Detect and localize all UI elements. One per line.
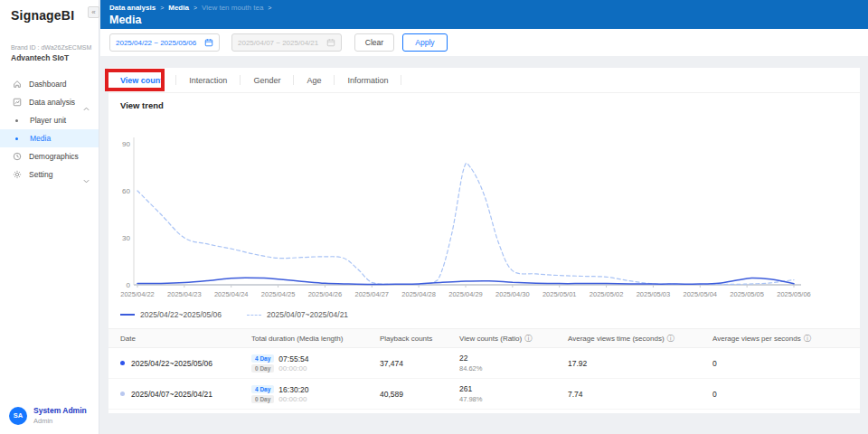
clear-button[interactable]: Clear: [354, 33, 394, 52]
breadcrumb-separator: >: [268, 5, 271, 11]
breadcrumb: Data analysis > Media > View ten mouth t…: [109, 4, 868, 12]
sidebar-item-label: Media: [30, 134, 51, 143]
tab-age[interactable]: Age: [307, 76, 321, 85]
svg-text:2025/05/03: 2025/05/03: [637, 290, 671, 298]
sidebar-collapse-button[interactable]: «: [88, 6, 99, 18]
svg-text:2025/04/26: 2025/04/26: [308, 290, 343, 298]
duration-cell: 4 Day 07:55:54 0 Day 00:00:00: [251, 354, 380, 373]
filter-bar: 2025/04/22 ~ 2025/05/06 2025/04/07 ~ 202…: [100, 29, 868, 56]
day-badge: 0 Day: [251, 364, 274, 373]
legend-label: 2025/04/07~2025/04/21: [267, 310, 348, 319]
view-counts-cell: 22 84.62%: [459, 354, 568, 373]
sidebar-item-label: Demographics: [29, 152, 79, 161]
chevron-down-icon: [83, 171, 90, 187]
tab-gender[interactable]: Gender: [253, 76, 280, 85]
svg-text:60: 60: [122, 187, 130, 195]
average-views-per-seconds-cell: 0: [712, 390, 860, 399]
brand-id-label: Brand ID : dWa26ZsECMSM: [11, 44, 99, 51]
svg-text:2025/04/28: 2025/04/28: [401, 290, 436, 298]
svg-text:30: 30: [122, 234, 130, 242]
sidebar-item-label: Data analysis: [29, 98, 75, 107]
day-badge: 0 Day: [251, 395, 274, 403]
user-profile[interactable]: SA System Admin Admin: [9, 406, 87, 425]
average-views-time-cell: 7.74: [568, 390, 712, 399]
sidebar-item-setting[interactable]: Setting: [0, 165, 99, 184]
column-header-average-views-time: Average views time (seconds) ⓘ: [568, 334, 712, 344]
view-counts-cell: 261 47.98%: [459, 384, 568, 403]
user-avatar: SA: [9, 407, 27, 425]
tab-divider: [175, 75, 176, 85]
main-area: Data analysis > Media > View ten mouth t…: [100, 0, 868, 434]
svg-text:90: 90: [122, 140, 130, 148]
breadcrumb-separator: >: [193, 5, 197, 11]
data-analysis-chart-icon: [12, 98, 22, 108]
svg-text:2025/05/06: 2025/05/06: [777, 290, 811, 298]
column-header-average-views-per-seconds: Average views per seconds ⓘ: [712, 334, 860, 344]
legend-item-previous[interactable]: 2025/04/07~2025/04/21: [247, 310, 348, 319]
tab-interaction[interactable]: Interaction: [189, 76, 227, 85]
date-range-input-primary[interactable]: 2025/04/22 ~ 2025/05/06: [109, 33, 220, 52]
svg-text:2025/04/30: 2025/04/30: [495, 290, 530, 298]
demographics-clock-icon: [12, 152, 22, 162]
tab-divider: [334, 75, 335, 85]
breadcrumb-media[interactable]: Media: [168, 4, 189, 12]
svg-text:2025/05/04: 2025/05/04: [684, 290, 718, 298]
table-header-row: Date Total duration (Media length) Playb…: [108, 328, 860, 348]
sidebar-item-dashboard[interactable]: Dashboard: [0, 75, 99, 93]
tab-view-count[interactable]: View count: [120, 76, 163, 85]
table-row-previous-period: 2025/04/07~2025/04/21 4 Day 16:30:20 0 D…: [108, 379, 860, 410]
app-logo: SignageBI: [0, 0, 99, 23]
column-header-total-duration: Total duration (Media length): [251, 335, 380, 343]
playback-counts-cell: 37,474: [380, 359, 459, 368]
average-views-time-cell: 17.92: [568, 359, 712, 368]
svg-text:2025/04/25: 2025/04/25: [261, 290, 296, 298]
sidebar-item-player-unit[interactable]: Player unit: [0, 111, 99, 129]
table-row-current-period: 2025/04/22~2025/05/06 4 Day 07:55:54 0 D…: [108, 348, 860, 379]
svg-text:2025/05/01: 2025/05/01: [542, 290, 577, 298]
svg-text:2025/05/05: 2025/05/05: [730, 290, 764, 298]
legend-item-current[interactable]: 2025/04/22~2025/05/06: [120, 310, 222, 319]
sidebar-item-media[interactable]: Media: [0, 129, 99, 147]
date-cell: 2025/04/22~2025/05/06: [120, 359, 251, 368]
sidebar-item-label: Setting: [29, 170, 52, 179]
tab-bar: View count Interaction Gender Age Inform…: [108, 68, 860, 93]
info-icon[interactable]: ⓘ: [667, 334, 675, 344]
sidebar-nav: Dashboard Data analysis Player unit Medi…: [0, 75, 99, 184]
tab-divider: [240, 75, 241, 85]
legend-label: 2025/04/22~2025/05/06: [140, 310, 222, 319]
svg-text:0: 0: [127, 281, 131, 289]
date-cell: 2025/04/07~2025/04/21: [120, 390, 251, 399]
sidebar-item-data-analysis[interactable]: Data analysis: [0, 93, 99, 111]
series-dot-icon: [120, 361, 125, 365]
day-badge: 4 Day: [251, 385, 274, 393]
tab-information[interactable]: Information: [347, 76, 388, 85]
tab-divider: [293, 75, 294, 85]
apply-button[interactable]: Apply: [402, 33, 448, 52]
view-trend-chart: 03060902025/04/222025/04/232025/04/24202…: [118, 127, 852, 303]
series-dot-icon: [120, 392, 125, 396]
column-header-playback-counts: Playback counts: [380, 335, 459, 343]
svg-text:2025/05/02: 2025/05/02: [590, 290, 624, 298]
svg-text:2025/04/22: 2025/04/22: [120, 290, 155, 298]
svg-text:2025/04/29: 2025/04/29: [448, 290, 483, 298]
chart-legend: 2025/04/22~2025/05/06 2025/04/07~2025/04…: [120, 310, 348, 319]
day-badge: 4 Day: [251, 354, 274, 363]
page-title: Media: [109, 14, 868, 26]
user-role: Admin: [33, 417, 87, 425]
calendar-icon: [326, 34, 335, 51]
legend-dashed-line-icon: [247, 315, 261, 316]
info-icon[interactable]: ⓘ: [524, 334, 532, 344]
dashboard-home-icon: [12, 80, 22, 90]
date-range-input-compare[interactable]: 2025/04/07 ~ 2025/04/21: [231, 33, 342, 52]
svg-text:2025/04/27: 2025/04/27: [355, 290, 390, 298]
svg-text:2025/04/24: 2025/04/24: [214, 290, 249, 298]
date-range-primary-value: 2025/04/22 ~ 2025/05/06: [116, 39, 204, 47]
sidebar-item-label: Dashboard: [29, 80, 67, 89]
sidebar-item-demographics[interactable]: Demographics: [0, 147, 99, 165]
info-icon[interactable]: ⓘ: [804, 334, 811, 344]
duration-cell: 4 Day 16:30:20 0 Day 00:00:00: [251, 384, 380, 404]
gear-icon: [12, 170, 22, 180]
sidebar: SignageBI « Brand ID : dWa26ZsECMSM Adva…: [0, 0, 99, 434]
playback-counts-cell: 40,589: [380, 390, 459, 399]
breadcrumb-data-analysis[interactable]: Data analysis: [109, 4, 156, 12]
